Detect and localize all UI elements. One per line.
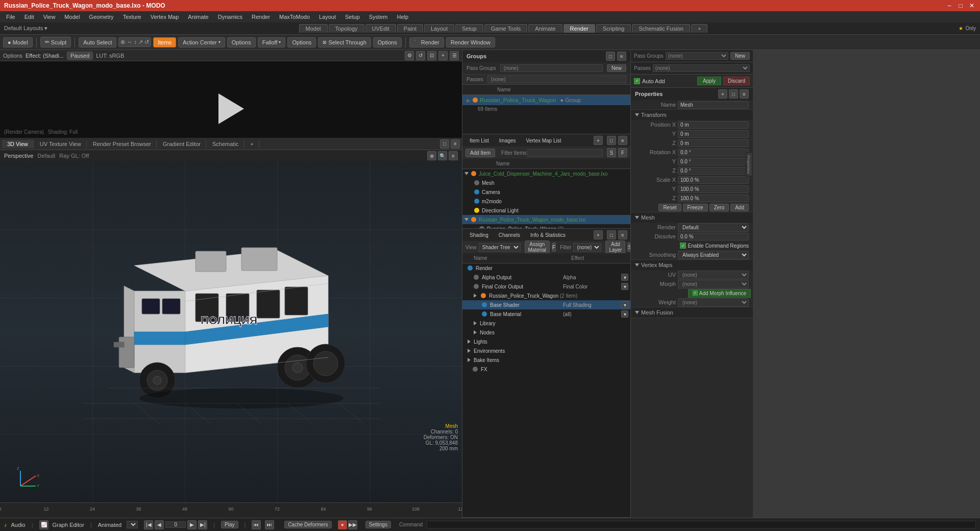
select-through-button[interactable]: ⊠ Select Through: [318, 37, 371, 47]
render-select[interactable]: Default: [678, 223, 749, 232]
item-row-5[interactable]: Russian_Police_Truck_Wagon_modo_base.lxo: [462, 215, 630, 224]
tab-render-preset[interactable]: Render Preset Browser: [88, 140, 157, 148]
smoothing-select[interactable]: Always Enabled: [678, 251, 749, 259]
tab-3d-view[interactable]: 3D View: [2, 140, 34, 148]
menu-maxtomodo[interactable]: MaxToModo: [275, 13, 314, 21]
tab-schematic-fusion[interactable]: Schematic Fusion: [632, 24, 690, 33]
shader-menu-icon[interactable]: ≡: [618, 230, 627, 239]
material-dropdown[interactable]: ▾: [621, 310, 628, 318]
groups-menu-icon[interactable]: ≡: [617, 52, 626, 61]
item-list-tab[interactable]: Item List: [465, 137, 493, 144]
orbit-icon[interactable]: ⊕: [427, 151, 436, 160]
shader-row-environments[interactable]: Environments: [462, 346, 630, 355]
maximize-button[interactable]: □: [957, 2, 965, 10]
uv-select[interactable]: (none): [678, 271, 749, 279]
tab-scripting[interactable]: Scripting: [596, 24, 631, 33]
zoom-icon[interactable]: 🔍: [438, 151, 447, 160]
channels-tab[interactable]: Channels: [495, 231, 524, 239]
assign-material-button[interactable]: Assign Material: [525, 240, 550, 254]
play-button[interactable]: [218, 93, 244, 124]
tab-uv-texture[interactable]: UV Texture View: [35, 140, 87, 148]
filter-input[interactable]: [527, 149, 603, 157]
pass-groups-input[interactable]: [500, 64, 603, 72]
menu-model[interactable]: Model: [60, 13, 84, 21]
menu-view[interactable]: View: [39, 13, 60, 21]
tab-setup[interactable]: Setup: [455, 24, 483, 33]
shader-row-lights[interactable]: Lights: [462, 337, 630, 346]
menu-layout[interactable]: Layout: [315, 13, 340, 21]
menu-setup[interactable]: Setup: [341, 13, 364, 21]
add-layer-button[interactable]: Add Layer: [605, 240, 625, 254]
next-frame-button[interactable]: ▶|: [198, 520, 207, 529]
freeze-button[interactable]: Freeze: [683, 204, 708, 211]
items-button[interactable]: Items: [153, 37, 176, 47]
shader-add-icon[interactable]: +: [594, 230, 603, 239]
item-list-maximize-icon[interactable]: □: [607, 136, 616, 145]
shader-row-base-shader[interactable]: Base Shader Full Shading ▾: [462, 300, 630, 309]
pass-groups-select[interactable]: (none): [666, 52, 728, 60]
viewport-3d[interactable]: ПОЛИЦИЯ: [0, 161, 462, 502]
shader-row-alpha[interactable]: Alpha Output Alpha ▾: [462, 273, 630, 282]
item-row-0[interactable]: Juice_Cold_Dispenser_Machine_4_Jars_modo…: [462, 169, 630, 178]
menu-dynamics[interactable]: Dynamics: [214, 13, 247, 21]
shader-row-nodes[interactable]: Nodes: [462, 328, 630, 337]
menu-render[interactable]: Render: [248, 13, 274, 21]
tab-model[interactable]: Model: [299, 24, 328, 33]
item-list-add-icon[interactable]: +: [594, 136, 603, 145]
transport-1[interactable]: ⏮: [252, 520, 261, 529]
frame-input[interactable]: [165, 521, 186, 528]
action-center-button[interactable]: Action Center ▾: [178, 37, 225, 47]
settings-button[interactable]: Settings: [365, 521, 391, 528]
tab-render[interactable]: Render: [564, 24, 595, 33]
close-button[interactable]: ✕: [968, 2, 976, 10]
filter-select[interactable]: (none): [573, 243, 601, 252]
render-window-button[interactable]: Render Window: [446, 37, 495, 47]
command-input[interactable]: [427, 521, 976, 528]
pos-y-input[interactable]: [678, 130, 749, 138]
options2-button[interactable]: Options: [287, 37, 316, 47]
info-tab[interactable]: Info & Statistics: [526, 231, 570, 239]
discard-button[interactable]: Discard: [723, 77, 750, 85]
sculpt-button[interactable]: ✏ Sculpt: [40, 37, 71, 47]
item-row-6[interactable]: Russian_Police_Truck_Wagon (2): [462, 224, 630, 228]
menu-edit[interactable]: Edit: [20, 13, 38, 21]
item-row-2[interactable]: Camera: [462, 187, 630, 197]
shader-f-icon[interactable]: F: [552, 243, 556, 252]
shader-row-fx[interactable]: FX: [462, 365, 630, 374]
pos-x-input[interactable]: [678, 121, 749, 129]
scale-y-input[interactable]: [678, 185, 749, 193]
reset-button[interactable]: Reset: [658, 204, 681, 211]
settings-icon[interactable]: ⚙: [405, 51, 414, 60]
prev-frame-button[interactable]: ◀: [155, 520, 164, 529]
rot-y-input[interactable]: [678, 158, 749, 165]
viewport-maximize-icon[interactable]: □: [440, 139, 449, 149]
play-button[interactable]: ▶: [187, 520, 197, 529]
menu-vertex-map[interactable]: Vertex Map: [146, 13, 183, 21]
name-input[interactable]: [678, 101, 749, 109]
options1-button[interactable]: Options: [227, 37, 256, 47]
menu-help[interactable]: Help: [393, 13, 412, 21]
tab-add[interactable]: +: [691, 24, 707, 33]
render-button[interactable]: ⬛ Render: [409, 37, 444, 47]
group-item-truck[interactable]: ▶ Russian_Police_Truck_Wagon ● Group: [462, 95, 630, 105]
shader-row-truck-group[interactable]: Russian_Police_Truck_Wagon (2 Item): [462, 291, 630, 300]
tab-paint[interactable]: Paint: [397, 24, 423, 33]
shader-row-final[interactable]: Final Color Output Final Color ▾: [462, 282, 630, 291]
tab-game-tools[interactable]: Game Tools: [484, 24, 528, 33]
add-morph-button[interactable]: ✓ Add Morph Influence: [688, 289, 751, 298]
shader-maximize-icon[interactable]: □: [607, 230, 616, 239]
tab-animate[interactable]: Animate: [528, 24, 562, 33]
item-row-1[interactable]: Mesh: [462, 178, 630, 187]
enable-cmd-checkbox[interactable]: ✓: [680, 243, 686, 249]
zoom-in-icon[interactable]: +: [438, 51, 448, 60]
zero-button[interactable]: Zero: [709, 204, 729, 211]
model-button[interactable]: ● Model: [3, 37, 33, 47]
auto-add-checkbox[interactable]: ✓: [634, 78, 640, 84]
props-maximize-icon[interactable]: □: [729, 89, 738, 99]
tab-uvedit[interactable]: UVEdit: [365, 24, 396, 33]
viewport-menu-icon[interactable]: ≡: [449, 151, 458, 160]
refresh-icon[interactable]: ↺: [416, 51, 425, 60]
new-pass-button[interactable]: New: [730, 52, 750, 60]
morph-select[interactable]: (none): [678, 280, 749, 288]
view-select[interactable]: Shader Tree: [479, 243, 521, 252]
